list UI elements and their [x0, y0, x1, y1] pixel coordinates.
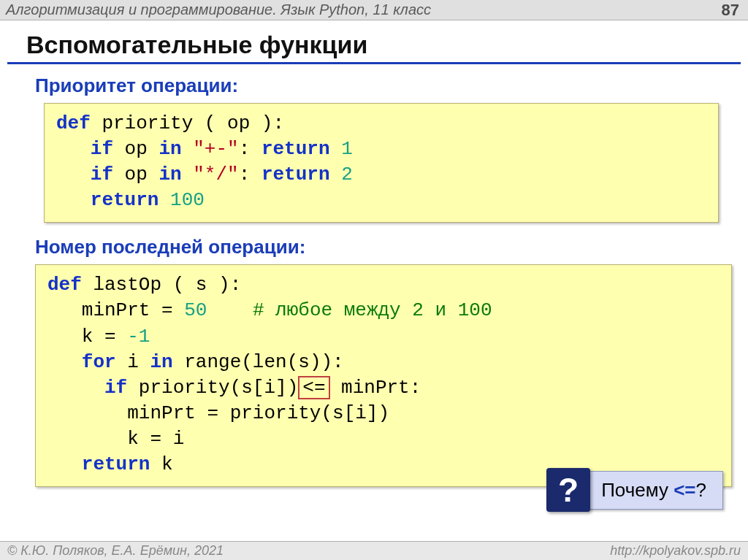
title-underline: [7, 62, 741, 64]
authors: © К.Ю. Поляков, Е.А. Ерёмин, 2021: [7, 543, 224, 559]
kw-if: if: [56, 164, 113, 185]
callout-op: <=: [673, 479, 695, 501]
kw-for: for: [82, 351, 116, 373]
str-lit: "*/": [193, 164, 238, 185]
callout-box: Почему <=?: [586, 471, 723, 510]
question-mark-icon: ?: [546, 468, 590, 512]
code-lastop: def lastOp ( s ): minPrt = 50 # любое ме…: [35, 264, 732, 487]
highlight-op: <=: [298, 376, 329, 400]
num-lit: 2: [330, 164, 353, 185]
footer-url: http://kpolyakov.spb.ru: [610, 543, 741, 559]
kw-return: return: [262, 164, 330, 185]
kw-return: return: [262, 138, 330, 160]
fn-name: priority: [91, 112, 193, 134]
callout-text: Почему: [601, 479, 673, 501]
kw-def: def: [47, 274, 82, 296]
comment: # любое между 2 и 100: [253, 299, 492, 321]
section-priority-label: Приоритет операции:: [35, 74, 748, 97]
num-lit: 100: [159, 189, 204, 211]
footer-bar: © К.Ю. Поляков, Е.А. Ерёмин, 2021 http:/…: [0, 541, 748, 560]
sig: ( op ):: [193, 112, 284, 134]
kw-def: def: [56, 112, 91, 134]
num-lit: 1: [330, 138, 353, 160]
fn-name: lastOp: [82, 274, 161, 296]
num-lit: 50: [184, 299, 207, 321]
callout-text2: ?: [696, 479, 706, 501]
section-lastop-label: Номер последней операции:: [35, 236, 748, 258]
kw-if: if: [104, 377, 127, 399]
header-bar: Алгоритмизация и программирование. Язык …: [0, 0, 748, 20]
kw-in: in: [159, 164, 181, 185]
subject-text: Алгоритмизация и программирование. Язык …: [6, 1, 431, 18]
page-number: 87: [722, 1, 739, 20]
sig: ( s ):: [161, 274, 241, 296]
kw-in: in: [150, 351, 172, 373]
num-lit: -1: [127, 326, 150, 348]
str-lit: "+-": [193, 138, 238, 160]
kw-in: in: [159, 138, 181, 160]
kw-if: if: [56, 138, 113, 160]
kw-return: return: [91, 189, 159, 211]
slide-title: Вспомогательные функции: [26, 31, 748, 59]
kw-return: return: [82, 453, 150, 475]
code-priority: def priority ( op ): if op in "+-": retu…: [44, 103, 719, 223]
callout: ? Почему <=?: [546, 468, 723, 512]
